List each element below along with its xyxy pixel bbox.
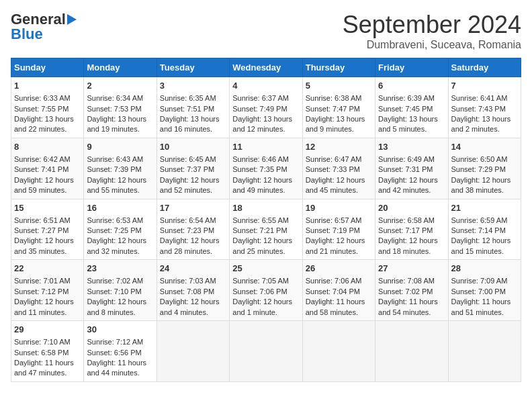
day-info-line: Sunset: 6:56 PM xyxy=(87,348,153,358)
day-info-line: Daylight: 12 hours xyxy=(87,297,153,307)
calendar-cell: 16Sunrise: 6:53 AMSunset: 7:25 PMDayligh… xyxy=(84,199,157,260)
day-info-line: and 35 minutes. xyxy=(14,246,81,257)
day-info-line: Sunrise: 6:42 AM xyxy=(14,154,81,165)
calendar-cell xyxy=(230,321,302,382)
day-info-line: Sunset: 7:49 PM xyxy=(232,104,299,114)
day-info-line: Sunrise: 6:38 AM xyxy=(306,93,372,103)
calendar-cell: 7Sunrise: 6:41 AMSunset: 7:43 PMDaylight… xyxy=(448,77,521,138)
day-info-line: Sunset: 7:04 PM xyxy=(306,287,372,297)
day-info-line: Sunrise: 7:05 AM xyxy=(232,276,299,286)
calendar-week-row: 22Sunrise: 7:01 AMSunset: 7:12 PMDayligh… xyxy=(11,260,521,321)
day-info-line: and 45 minutes. xyxy=(306,185,372,195)
day-info-line: Sunrise: 7:09 AM xyxy=(451,276,518,286)
day-number: 9 xyxy=(87,141,153,153)
day-info-line: and 25 minutes. xyxy=(232,246,299,257)
day-info-line: and 11 minutes. xyxy=(14,308,81,318)
calendar-cell: 30Sunrise: 7:12 AMSunset: 6:56 PMDayligh… xyxy=(84,321,157,382)
day-info-line: Sunrise: 6:58 AM xyxy=(378,216,445,226)
calendar-title: September 2024 xyxy=(343,11,521,39)
logo-arrow-icon xyxy=(67,14,77,25)
day-info-line: Daylight: 12 hours xyxy=(87,236,153,246)
day-info-line: and 8 minutes. xyxy=(87,308,153,318)
calendar-cell: 12Sunrise: 6:47 AMSunset: 7:33 PMDayligh… xyxy=(302,138,375,199)
day-info-line: Sunset: 7:00 PM xyxy=(451,287,518,297)
calendar-cell: 28Sunrise: 7:09 AMSunset: 7:00 PMDayligh… xyxy=(448,260,521,321)
day-info-line: Daylight: 13 hours xyxy=(232,114,299,124)
logo: General Blue xyxy=(11,11,77,43)
day-number: 10 xyxy=(160,141,226,153)
day-info-line: Sunrise: 6:41 AM xyxy=(451,93,518,103)
day-info-line: Sunset: 7:39 PM xyxy=(87,165,153,175)
day-info-line: Daylight: 13 hours xyxy=(378,114,445,124)
calendar-cell: 21Sunrise: 6:59 AMSunset: 7:14 PMDayligh… xyxy=(448,199,521,260)
calendar-cell: 15Sunrise: 6:51 AMSunset: 7:27 PMDayligh… xyxy=(11,199,84,260)
day-info-line: and 1 minute. xyxy=(232,308,299,318)
day-number: 11 xyxy=(232,141,299,153)
day-info-line: and 12 minutes. xyxy=(232,124,299,134)
weekday-header: Saturday xyxy=(448,58,521,77)
day-info-line: Daylight: 13 hours xyxy=(14,114,81,124)
day-info-line: Daylight: 13 hours xyxy=(451,114,518,124)
day-info-line: Daylight: 11 hours xyxy=(14,358,81,368)
day-info-line: Daylight: 12 hours xyxy=(87,175,153,185)
day-number: 28 xyxy=(451,263,518,275)
day-info-line: Daylight: 12 hours xyxy=(160,297,226,307)
day-info-line: Daylight: 12 hours xyxy=(14,297,81,307)
day-info-line: Daylight: 12 hours xyxy=(14,236,81,246)
calendar-cell: 26Sunrise: 7:06 AMSunset: 7:04 PMDayligh… xyxy=(302,260,375,321)
day-info-line: Sunrise: 6:43 AM xyxy=(87,154,153,165)
calendar-cell: 3Sunrise: 6:35 AMSunset: 7:51 PMDaylight… xyxy=(157,77,229,138)
day-info-line: and 58 minutes. xyxy=(306,308,372,318)
day-info-line: Daylight: 12 hours xyxy=(378,236,445,246)
day-info-line: Daylight: 12 hours xyxy=(306,236,372,246)
weekday-header: Monday xyxy=(84,58,157,77)
day-info-line: Sunrise: 7:08 AM xyxy=(378,276,445,286)
day-info-line: and 16 minutes. xyxy=(160,124,226,134)
day-info-line: Daylight: 13 hours xyxy=(306,114,372,124)
day-number: 19 xyxy=(306,202,372,214)
calendar-cell: 22Sunrise: 7:01 AMSunset: 7:12 PMDayligh… xyxy=(11,260,84,321)
calendar-cell xyxy=(448,321,521,382)
page-header: General Blue September 2024 Dumbraveni, … xyxy=(11,11,521,51)
calendar-week-row: 1Sunrise: 6:33 AMSunset: 7:55 PMDaylight… xyxy=(11,77,521,138)
calendar-cell xyxy=(375,321,448,382)
day-info-line: Daylight: 12 hours xyxy=(14,175,81,185)
day-number: 1 xyxy=(14,80,81,92)
day-info-line: and 47 minutes. xyxy=(14,368,81,378)
day-info-line: and 15 minutes. xyxy=(451,246,518,257)
calendar-week-row: 15Sunrise: 6:51 AMSunset: 7:27 PMDayligh… xyxy=(11,199,521,260)
day-info-line: Daylight: 12 hours xyxy=(232,236,299,246)
day-info-line: Daylight: 12 hours xyxy=(160,175,226,185)
day-number: 24 xyxy=(160,263,226,275)
day-info-line: Sunrise: 6:45 AM xyxy=(160,154,226,165)
day-info-line: Sunset: 7:14 PM xyxy=(451,226,518,236)
day-info-line: Sunrise: 6:39 AM xyxy=(378,93,445,103)
day-number: 27 xyxy=(378,263,445,275)
day-info-line: Daylight: 12 hours xyxy=(451,236,518,246)
day-info-line: Sunset: 7:37 PM xyxy=(160,165,226,175)
day-number: 8 xyxy=(14,141,81,153)
calendar-cell: 27Sunrise: 7:08 AMSunset: 7:02 PMDayligh… xyxy=(375,260,448,321)
calendar-cell: 10Sunrise: 6:45 AMSunset: 7:37 PMDayligh… xyxy=(157,138,229,199)
day-info-line: Sunrise: 7:10 AM xyxy=(14,337,81,347)
day-number: 17 xyxy=(160,202,226,214)
day-number: 23 xyxy=(87,263,153,275)
day-info-line: Sunset: 7:23 PM xyxy=(160,226,226,236)
day-info-line: Daylight: 13 hours xyxy=(87,114,153,124)
calendar-cell: 4Sunrise: 6:37 AMSunset: 7:49 PMDaylight… xyxy=(230,77,302,138)
weekday-header: Wednesday xyxy=(230,58,302,77)
day-info-line: and 2 minutes. xyxy=(451,124,518,134)
calendar-week-row: 8Sunrise: 6:42 AMSunset: 7:41 PMDaylight… xyxy=(11,138,521,199)
day-info-line: Sunset: 7:33 PM xyxy=(306,165,372,175)
day-number: 18 xyxy=(232,202,299,214)
day-info-line: Sunset: 7:02 PM xyxy=(378,287,445,297)
day-info-line: Daylight: 11 hours xyxy=(306,297,372,307)
calendar-cell: 29Sunrise: 7:10 AMSunset: 6:58 PMDayligh… xyxy=(11,321,84,382)
day-info-line: Sunset: 7:21 PM xyxy=(232,226,299,236)
day-info-line: Sunset: 7:17 PM xyxy=(378,226,445,236)
weekday-header: Friday xyxy=(375,58,448,77)
day-info-line: Sunrise: 6:50 AM xyxy=(451,154,518,165)
day-info-line: Daylight: 12 hours xyxy=(378,175,445,185)
day-info-line: and 9 minutes. xyxy=(306,124,372,134)
day-info-line: and 59 minutes. xyxy=(14,185,81,195)
